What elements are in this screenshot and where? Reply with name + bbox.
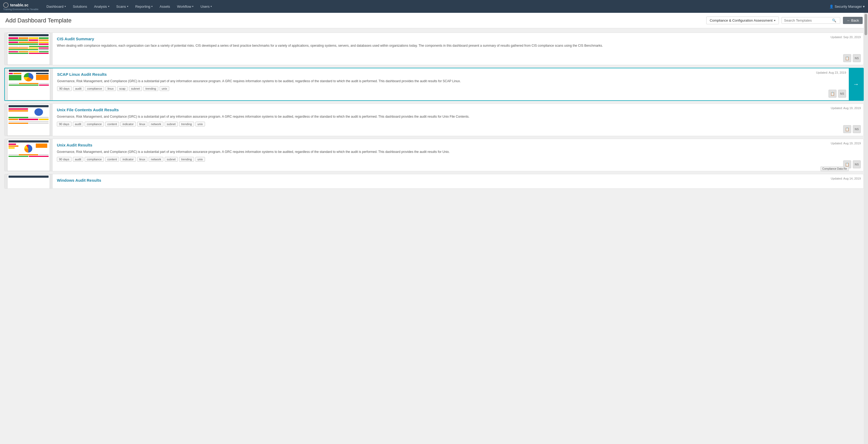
tag: indicator bbox=[120, 122, 136, 126]
tag: trending bbox=[143, 86, 158, 91]
tag: subnet bbox=[165, 157, 178, 162]
tag: audit bbox=[73, 122, 84, 126]
copy-button[interactable]: 📋 bbox=[829, 90, 837, 98]
tag: linux bbox=[137, 157, 148, 162]
template-card: Unix File Contents Audit Results Governa… bbox=[4, 103, 864, 136]
tag: content bbox=[105, 157, 119, 162]
template-title[interactable]: Unix File Contents Audit Results bbox=[57, 107, 814, 112]
nav-dashboard[interactable]: Dashboard ▾ bbox=[43, 0, 69, 13]
tag: unix bbox=[195, 122, 205, 126]
card-meta: Updated: Aug 23, 2019 📋 NS bbox=[803, 68, 849, 100]
card-body: Windows Audit Results bbox=[53, 174, 818, 188]
ns-button[interactable]: NS bbox=[838, 90, 846, 98]
template-title[interactable]: CIS Audit Summary bbox=[57, 37, 814, 41]
thumbnail-preview bbox=[7, 33, 50, 65]
brand-logo-icon bbox=[3, 2, 8, 8]
brand: tenable.sc Training Environment for Tena… bbox=[3, 2, 38, 11]
copy-button[interactable]: 📋 bbox=[843, 125, 851, 133]
card-meta: Updated: Aug 14, 2019 bbox=[818, 174, 864, 188]
user-icon: 👤 bbox=[829, 4, 834, 8]
tag: linux bbox=[105, 86, 116, 91]
tag: 90 days bbox=[57, 86, 72, 91]
nav-scans[interactable]: Scans ▾ bbox=[113, 0, 132, 13]
back-button[interactable]: ← Back bbox=[843, 17, 863, 24]
nav-workflow[interactable]: Workflow ▾ bbox=[174, 0, 197, 13]
ns-button[interactable]: NS bbox=[853, 54, 861, 62]
card-thumbnail bbox=[4, 33, 53, 65]
card-tags: 90 days audit compliance linux scap subn… bbox=[57, 86, 799, 91]
card-thumbnail bbox=[4, 139, 53, 171]
updated-date: Updated: Aug 19, 2019 bbox=[831, 142, 861, 145]
tooltip: Compliance Data Re bbox=[820, 166, 849, 171]
brand-text: tenable.sc bbox=[10, 3, 28, 7]
tag: trending bbox=[179, 157, 194, 162]
updated-date: Updated: Aug 14, 2019 bbox=[831, 177, 861, 180]
card-meta: Updated: Aug 19, 2019 📋 NS Compliance Da… bbox=[818, 139, 864, 171]
thumbnail-preview bbox=[7, 139, 50, 171]
card-actions: 📋 NS bbox=[843, 54, 861, 62]
tag: compliance bbox=[85, 122, 104, 126]
user-label: Security Manager bbox=[835, 4, 862, 8]
page-title: Add Dashboard Template bbox=[5, 17, 71, 24]
nav-items: Dashboard ▾ Solutions Analysis ▾ Scans ▾… bbox=[43, 0, 829, 13]
nav-solutions[interactable]: Solutions bbox=[70, 0, 90, 13]
nav-analysis[interactable]: Analysis ▾ bbox=[91, 0, 112, 13]
thumbnail-preview bbox=[7, 174, 50, 189]
template-card: SCAP Linux Audit Results Governance, Ris… bbox=[4, 68, 864, 101]
tag: subnet bbox=[165, 122, 178, 126]
tag: trending bbox=[179, 122, 194, 126]
search-box: 🔍 bbox=[781, 17, 840, 24]
navbar: tenable.sc Training Environment for Tena… bbox=[0, 0, 868, 13]
tag: network bbox=[149, 157, 163, 162]
thumbnail-preview bbox=[7, 104, 50, 136]
card-tags: 90 days audit compliance content indicat… bbox=[57, 122, 814, 126]
updated-date: Updated: Aug 23, 2019 bbox=[816, 71, 846, 74]
copy-button[interactable]: 📋 bbox=[843, 54, 851, 62]
user-menu[interactable]: 👤 Security Manager ▾ bbox=[829, 4, 865, 8]
arrow-right-icon: → bbox=[853, 81, 859, 88]
ns-button[interactable]: NS bbox=[853, 125, 861, 133]
chevron-down-icon: ▾ bbox=[863, 4, 865, 8]
tag: unix bbox=[160, 86, 169, 91]
template-description: When dealing with compliance regulations… bbox=[57, 43, 814, 48]
scrollbar[interactable] bbox=[864, 13, 868, 196]
template-card: Windows Audit Results Updated: Aug 14, 2… bbox=[4, 174, 864, 189]
template-title[interactable]: Unix Audit Results bbox=[57, 143, 814, 147]
tag: 90 days bbox=[57, 122, 71, 126]
chevron-down-icon: ▾ bbox=[151, 5, 153, 8]
tag: compliance bbox=[85, 157, 104, 162]
category-dropdown[interactable]: Compliance & Configuration Assessment ▾ bbox=[706, 17, 779, 24]
tag: 90 days bbox=[57, 157, 71, 162]
tag: linux bbox=[137, 122, 148, 126]
template-card: Unix Audit Results Governance, Risk Mana… bbox=[4, 139, 864, 171]
template-title[interactable]: Windows Audit Results bbox=[57, 178, 814, 183]
brand-name: tenable.sc bbox=[3, 2, 38, 8]
tag: scap bbox=[117, 86, 128, 91]
card-body: CIS Audit Summary When dealing with comp… bbox=[53, 33, 818, 65]
tag: network bbox=[149, 122, 163, 126]
tag: audit bbox=[73, 157, 84, 162]
select-template-button[interactable]: → bbox=[849, 68, 863, 100]
nav-right: 👤 Security Manager ▾ bbox=[829, 4, 865, 8]
chevron-down-icon: ▾ bbox=[211, 5, 212, 8]
nav-users[interactable]: Users ▾ bbox=[197, 0, 215, 13]
back-label: ← Back bbox=[847, 19, 859, 23]
template-description: Governance, Risk Management, and Complia… bbox=[57, 114, 814, 119]
card-actions: 📋 NS bbox=[829, 90, 846, 98]
nav-assets[interactable]: Assets bbox=[156, 0, 173, 13]
template-card: CIS Audit Summary When dealing with comp… bbox=[4, 33, 864, 65]
search-input[interactable] bbox=[784, 19, 832, 23]
tag: compliance bbox=[85, 86, 104, 91]
tag: audit bbox=[73, 86, 84, 91]
card-actions: 📋 NS bbox=[843, 125, 861, 133]
template-title[interactable]: SCAP Linux Audit Results bbox=[57, 72, 799, 76]
ns-button[interactable]: NS bbox=[853, 160, 861, 168]
card-thumbnail bbox=[4, 104, 53, 136]
template-description: Governance, Risk Management, and Complia… bbox=[57, 79, 799, 84]
scroll-thumb[interactable] bbox=[865, 14, 867, 35]
tag: subnet bbox=[129, 86, 142, 91]
nav-reporting[interactable]: Reporting ▾ bbox=[132, 0, 156, 13]
updated-date: Updated: Aug 19, 2019 bbox=[831, 106, 861, 110]
template-description: Governance, Risk Management, and Complia… bbox=[57, 150, 814, 154]
card-meta: Updated: Aug 19, 2019 📋 NS bbox=[818, 104, 864, 136]
